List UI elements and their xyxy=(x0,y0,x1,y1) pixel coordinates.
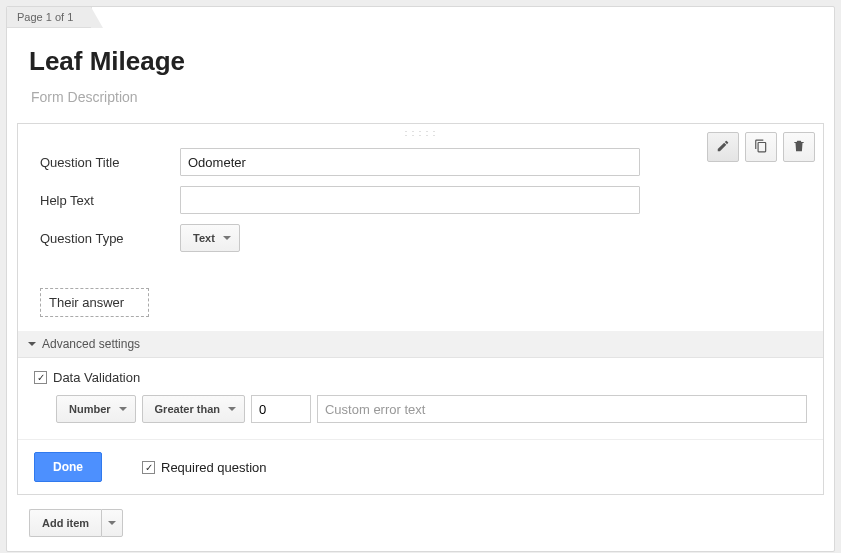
caret-down-icon xyxy=(28,342,36,346)
form-header: Leaf Mileage Form Description xyxy=(7,28,834,123)
copy-icon xyxy=(754,139,768,156)
trash-icon xyxy=(792,139,806,156)
question-type-label: Question Type xyxy=(40,231,180,246)
caret-down-icon xyxy=(228,407,236,411)
add-item-button[interactable]: Add item xyxy=(29,509,101,537)
validation-operator-value: Greater than xyxy=(155,403,220,415)
validation-value-input[interactable] xyxy=(251,395,311,423)
data-validation-label: Data Validation xyxy=(53,370,140,385)
answer-preview: Their answer xyxy=(40,288,149,317)
validation-operator-select[interactable]: Greater than xyxy=(142,395,245,423)
page-indicator: Page 1 of 1 xyxy=(7,7,92,28)
question-card: : : : : : xyxy=(17,123,824,495)
delete-button[interactable] xyxy=(783,132,815,162)
duplicate-button[interactable] xyxy=(745,132,777,162)
question-toolbar xyxy=(707,132,815,162)
advanced-section: Advanced settings ✓ Data Validation Numb… xyxy=(18,331,823,439)
required-checkbox[interactable]: ✓ xyxy=(142,461,155,474)
edit-button[interactable] xyxy=(707,132,739,162)
add-item-group: Add item xyxy=(29,509,123,537)
help-text-label: Help Text xyxy=(40,193,180,208)
validation-type-select[interactable]: Number xyxy=(56,395,136,423)
advanced-toggle[interactable]: Advanced settings xyxy=(18,331,823,357)
question-type-value: Text xyxy=(193,232,215,244)
form-page: Page 1 of 1 Leaf Mileage Form Descriptio… xyxy=(6,6,835,552)
form-description[interactable]: Form Description xyxy=(31,89,812,105)
data-validation-checkbox[interactable]: ✓ xyxy=(34,371,47,384)
done-button[interactable]: Done xyxy=(34,452,102,482)
caret-down-icon xyxy=(108,521,116,525)
question-type-select[interactable]: Text xyxy=(180,224,240,252)
drag-handle-icon[interactable]: : : : : : xyxy=(18,124,823,142)
caret-down-icon xyxy=(223,236,231,240)
validation-type-value: Number xyxy=(69,403,111,415)
form-title[interactable]: Leaf Mileage xyxy=(29,46,812,77)
advanced-heading: Advanced settings xyxy=(42,337,140,351)
add-item-dropdown[interactable] xyxy=(101,509,123,537)
validation-error-input[interactable] xyxy=(317,395,807,423)
pencil-icon xyxy=(716,139,730,156)
help-text-input[interactable] xyxy=(180,186,640,214)
required-label: Required question xyxy=(161,460,267,475)
question-title-label: Question Title xyxy=(40,155,180,170)
question-title-input[interactable] xyxy=(180,148,640,176)
caret-down-icon xyxy=(119,407,127,411)
